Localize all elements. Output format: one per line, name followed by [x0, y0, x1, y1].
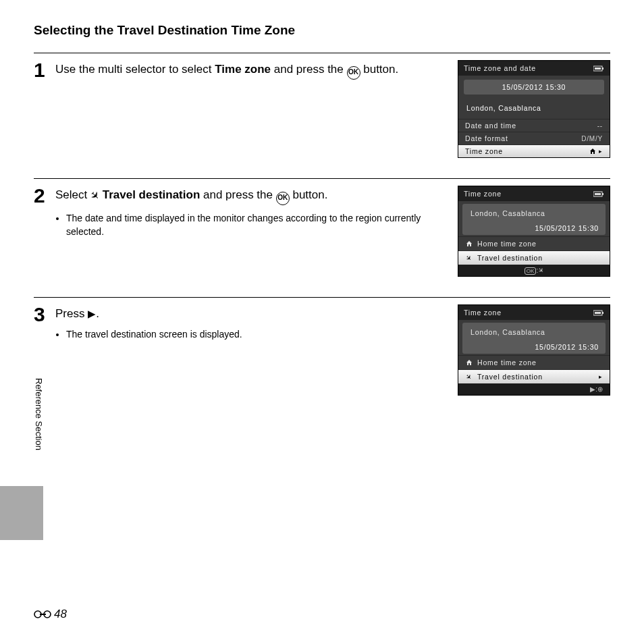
section-title: Selecting the Travel Destination Time Zo… — [34, 23, 610, 38]
svg-rect-7 — [602, 312, 603, 314]
page-number: 48 — [34, 608, 67, 621]
ok-icon: OK — [347, 66, 360, 80]
battery-icon — [593, 310, 604, 316]
screen-datetime: 15/05/2012 15:30 — [471, 217, 599, 232]
step-bullet: The date and time displayed in the monit… — [66, 212, 450, 238]
home-icon — [589, 148, 596, 155]
camera-screen-2: Time zone London, Casablanca 15/05/2012 … — [458, 186, 610, 277]
svg-rect-8 — [595, 312, 601, 314]
screen-location: London, Casablanca — [471, 209, 599, 217]
screen-title: Time zone and date — [464, 64, 536, 72]
step-instruction: Press ▶. — [55, 306, 450, 321]
home-icon — [465, 240, 473, 248]
step-3: 3 Press ▶. The travel destination screen… — [34, 297, 610, 396]
right-triangle-icon: ▶ — [88, 308, 96, 319]
step-instruction: Use the multi selector to select Time zo… — [55, 61, 450, 80]
screen-footer-hint: OK:✈ — [458, 265, 610, 276]
plane-icon: ✈ — [464, 371, 475, 382]
camera-screen-1: Time zone and date 15/05/2012 15:30 Lond… — [458, 60, 610, 158]
svg-rect-2 — [595, 68, 601, 70]
step-number: 2 — [34, 186, 55, 277]
svg-rect-4 — [602, 193, 603, 195]
reference-section-icon — [34, 610, 51, 619]
step-2: 2 Select ✈ Travel destination and press … — [34, 178, 610, 277]
menu-row-date-format: Date formatD/M/Y — [458, 132, 610, 144]
ok-icon: OK — [276, 192, 290, 205]
battery-icon — [593, 191, 604, 197]
screen-location: London, Casablanca — [458, 101, 610, 119]
step-instruction: Select ✈ Travel destination and press th… — [55, 187, 450, 205]
home-icon — [465, 359, 473, 367]
menu-row-date-time: Date and time-- — [458, 119, 610, 132]
chevron-right-icon: ▸ — [599, 148, 603, 155]
menu-row-time-zone: Time zone ▸ — [458, 144, 610, 157]
screen-title: Time zone — [464, 308, 502, 317]
svg-rect-5 — [595, 193, 601, 195]
step-1: 1 Use the multi selector to select Time … — [34, 53, 610, 158]
screen-location: London, Casablanca — [471, 328, 599, 336]
plane-icon: ✈ — [464, 252, 475, 263]
option-travel-destination: ✈ Travel destination — [458, 250, 610, 265]
globe-icon: ⊕ — [597, 385, 603, 393]
svg-rect-1 — [602, 68, 603, 70]
option-home-time-zone: Home time zone — [458, 355, 610, 369]
screen-datetime: 15/05/2012 15:30 — [471, 336, 599, 351]
chevron-right-icon: ▸ — [599, 373, 603, 380]
screen-footer-hint: ▶:⊕ — [458, 383, 610, 395]
screen-title: Time zone — [464, 190, 502, 198]
camera-screen-3: Time zone London, Casablanca 15/05/2012 … — [458, 304, 610, 396]
battery-icon — [593, 65, 604, 72]
step-number: 1 — [34, 60, 55, 158]
svg-rect-10 — [40, 614, 46, 615]
option-travel-destination: ✈ Travel destination ▸ — [458, 369, 610, 383]
side-section-label: Reference Section — [34, 378, 44, 450]
right-triangle-icon: ▶ — [590, 385, 595, 393]
step-bullet: The travel destination screen is display… — [66, 328, 450, 342]
side-tab — [0, 486, 43, 540]
screen-datetime: 15/05/2012 15:30 — [464, 80, 604, 95]
option-home-time-zone: Home time zone — [458, 236, 610, 250]
